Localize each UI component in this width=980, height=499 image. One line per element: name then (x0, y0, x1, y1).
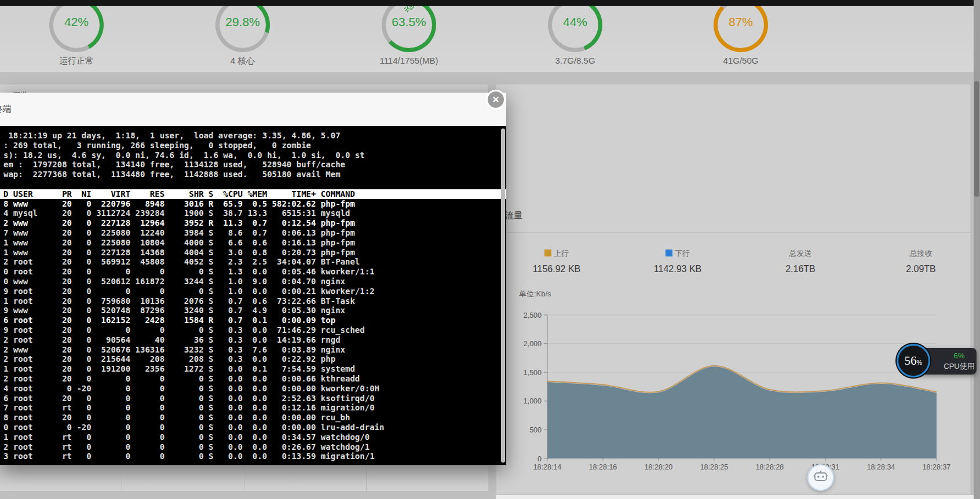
terminal-text-line: 8 www 20 0 220796 8948 3016 R 65.9 0.5 5… (3, 199, 506, 209)
terminal-text-line: 2 root 20 0 569912 45808 4052 S 2.3 2.5 … (3, 257, 506, 267)
gauge-disk-root-ring: 44% (548, 0, 602, 52)
terminal-text-line: 2 www 20 0 227128 12964 3952 R 11.3 0.7 … (3, 218, 506, 228)
cpu-percent-dial: 56% (897, 344, 930, 377)
legend-swatch (665, 250, 672, 256)
svg-text:0: 0 (537, 455, 542, 463)
terminal-text-line: 8 root 20 0 0 0 0 S 0.0 0.0 0:00.00 rcu_… (3, 413, 506, 423)
gauge-memory-value: 63.5% (382, 15, 436, 29)
terminal-text-line: 7 root rt 0 0 0 0 S 0.0 0.0 0:12.16 migr… (3, 403, 506, 413)
terminal-dialog: 终端 × 18:21:19 up 21 days, 1:18, 1 user, … (0, 93, 506, 465)
gauge-disk-data-label: 41G/50G (683, 56, 799, 65)
traffic-stat-value: 1156.92 KB (493, 264, 620, 274)
gauge-cpu-ring: 29.8% (215, 0, 270, 52)
terminal-dialog-header[interactable]: 终端 (0, 93, 506, 127)
traffic-stat-上行: 上行1156.92 KB (493, 248, 620, 274)
gauge-cpu-label: 4 核心 (185, 56, 301, 67)
traffic-stat-label: 上行 (493, 248, 620, 259)
traffic-stat-value: 2.16TB (737, 264, 864, 274)
terminal-text-line: 3 root rt 0 0 0 0 S 0.0 0.0 0:13.59 migr… (3, 452, 506, 461)
terminal-text-line: 4 root 0 -20 0 0 0 S 0.0 0.0 0:00.00 kwo… (3, 384, 506, 394)
gauge-memory-ring: 63.5% (382, 0, 436, 52)
assistant-robot-button[interactable] (807, 464, 834, 491)
overview-bottom-cell (244, 466, 367, 491)
page-scrollbar-thumb[interactable] (974, 81, 979, 197)
page-scrollbar[interactable] (974, 0, 980, 499)
terminal-text-line: 6 root 20 0 162152 2428 1584 R 0.7 0.1 0… (3, 315, 506, 325)
svg-text:18:28:25: 18:28:25 (700, 463, 729, 471)
svg-text:18:28:16: 18:28:16 (589, 463, 617, 471)
traffic-stat-总发送: 总发送2.16TB (737, 248, 864, 274)
legend-swatch (544, 250, 551, 256)
terminal-text-line: 9 root 20 0 0 0 0 S 0.3 0.0 71:46.29 rcu… (3, 325, 506, 335)
terminal-text-line (3, 179, 506, 189)
terminal-scrollbar[interactable] (501, 129, 505, 463)
overview-bottom-cell (0, 466, 122, 491)
cpu-percent-sign: % (917, 359, 923, 366)
status-gauges-card: 42%运行正常29.8%4 核心63.5%1114/1755(MB)44%3.7… (0, 0, 980, 72)
terminal-console[interactable]: 18:21:19 up 21 days, 1:18, 1 user, load … (0, 126, 506, 465)
terminal-text-line: 1 root 20 0 191200 2356 1272 S 0.0 0.1 7… (3, 364, 506, 374)
terminal-text-line: : 269 total, 3 running, 266 sleeping, 0 … (3, 141, 506, 151)
close-icon[interactable]: × (486, 90, 506, 109)
terminal-text-line: 7 www 20 0 225080 12240 3984 S 8.6 0.7 0… (3, 228, 506, 238)
gauge-load-status-label: 运行正常 (19, 56, 134, 67)
gauge-memory-label: 1114/1755(MB) (351, 56, 467, 65)
gauge-disk-data: 87%41G/50G (683, 0, 799, 65)
overview-bottom-cell (122, 466, 244, 491)
terminal-text-line: 2 root 20 0 215644 208 208 S 0.3 0.0 0:2… (3, 354, 506, 364)
traffic-chart-canvas[interactable]: 05001,0001,5002,0002,50018:28:1418:28:16… (510, 287, 950, 474)
gauge-disk-data-value: 87% (714, 15, 768, 29)
gauge-memory: 63.5%1114/1755(MB) (351, 0, 467, 65)
svg-text:500: 500 (529, 426, 542, 434)
gauge-cpu: 29.8%4 核心 (185, 0, 301, 67)
overview-bottom-cell (367, 466, 488, 491)
gauge-load-status: 42%运行正常 (19, 0, 134, 67)
terminal-text-line: 2 root 20 0 0 0 0 S 0.0 0.0 0:00.66 kthr… (3, 374, 506, 384)
traffic-stat-label: 总接收 (857, 248, 980, 259)
terminal-text-line: wap: 2277368 total, 1134480 free, 114288… (3, 170, 506, 179)
traffic-card-title: 流量 (505, 210, 522, 221)
terminal-text-line: 0 www 20 0 520612 161872 3244 S 1.0 9.0 … (3, 277, 506, 287)
overview-bottom-row (0, 465, 488, 491)
svg-text:1,000: 1,000 (524, 397, 542, 405)
gauge-disk-data-ring: 87% (714, 0, 768, 52)
traffic-stat-value: 2.09TB (857, 264, 980, 274)
terminal-text-line: D USER PR NI VIRT RES SHR S %CPU %MEM TI… (0, 189, 506, 199)
svg-text:18:28:14: 18:28:14 (533, 463, 562, 471)
terminal-text-line: 9 www 20 0 520748 87296 3240 S 0.7 4.9 0… (3, 306, 506, 315)
svg-text:18:28:28: 18:28:28 (756, 463, 784, 471)
terminal-text-line: 18:21:19 up 21 days, 1:18, 1 user, load … (3, 131, 506, 141)
terminal-text-line: 2 root rt 0 0 0 0 S 0.0 0.0 0:26.67 watc… (3, 442, 506, 452)
gauge-disk-root-value: 44% (548, 15, 602, 29)
terminal-text-line: em : 1797208 total, 134140 free, 1134128… (3, 160, 506, 170)
gauge-disk-root-label: 3.7G/8.5G (517, 56, 633, 65)
traffic-stat-label: 总发送 (737, 248, 864, 259)
terminal-text-line: 1 root rt 0 0 0 0 S 0.0 0.0 0:34.57 watc… (3, 432, 506, 442)
divider (496, 232, 971, 233)
svg-text:18:28:37: 18:28:37 (923, 463, 950, 471)
gauge-cpu-value: 29.8% (215, 15, 270, 29)
svg-text:18:28:20: 18:28:20 (645, 463, 673, 471)
traffic-stat-value: 1142.93 KB (614, 264, 741, 274)
terminal-text-line: s): 18.2 us, 4.6 sy, 0.0 ni, 74.6 id, 1.… (3, 151, 506, 160)
cpu-usage-label: CPU使用 (942, 361, 977, 372)
terminal-text-line: 6 root 20 0 0 0 0 S 0.0 0.0 2:52.63 ksof… (3, 394, 506, 403)
traffic-stat-总接收: 总接收2.09TB (857, 248, 980, 274)
cpu-monitor-widget[interactable]: 6% CPU使用 56% (897, 344, 980, 379)
terminal-text-line: 4 mysql 20 0 3112724 239284 1900 S 38.7 … (3, 208, 506, 218)
terminal-text-line: 1 www 20 0 225080 10804 4000 S 6.6 0.6 0… (3, 238, 506, 248)
robot-icon (813, 471, 828, 483)
top-edge-strip (0, 0, 980, 6)
svg-text:18:28:34: 18:28:34 (867, 463, 895, 471)
traffic-stat-下行: 下行1142.93 KB (614, 248, 741, 274)
gauge-disk-root: 44%3.7G/8.5G (517, 0, 633, 65)
terminal-text-line: 0 root 20 0 0 0 0 S 1.3 0.0 0:05.46 kwor… (3, 267, 506, 277)
gauge-load-status-value: 42% (49, 15, 104, 29)
terminal-dialog-title: 终端 (0, 104, 12, 115)
page-bottom-strip (496, 495, 980, 499)
terminal-text-line: 1 www 20 0 227128 14368 4004 S 3.0 0.8 0… (3, 248, 506, 258)
cpu-usage-value: 6% (942, 351, 977, 360)
cpu-percent-value: 56 (905, 354, 917, 368)
svg-text:1,500: 1,500 (524, 369, 542, 377)
traffic-card: 流量 上行1156.92 KB下行1142.93 KB总发送2.16TB总接收2… (496, 84, 971, 495)
